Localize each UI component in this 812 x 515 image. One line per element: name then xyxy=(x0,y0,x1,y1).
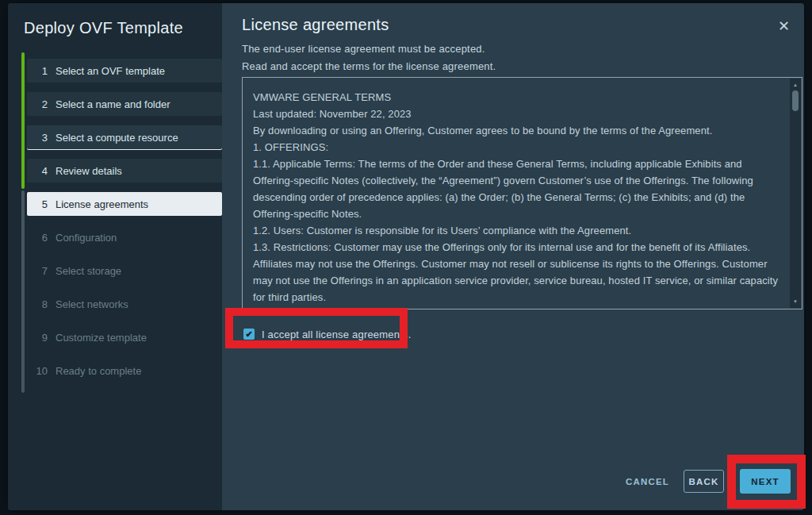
progress-rail-remaining xyxy=(21,190,25,393)
license-paragraph: By downloading or using an Offering, Cus… xyxy=(253,122,783,139)
license-scrollbar[interactable]: ▲ ▼ xyxy=(790,79,801,308)
license-paragraph: 1.2. Users: Customer is responsible for … xyxy=(253,222,783,239)
scroll-down-icon[interactable]: ▼ xyxy=(790,297,801,306)
wizard-step[interactable]: 7 Select storage xyxy=(27,259,222,282)
wizard-content-panel: ✕ License agreements The end-user licens… xyxy=(222,3,804,510)
step-label: Select storage xyxy=(56,265,121,277)
eula-required-text: The end-user license agreement must be a… xyxy=(242,43,485,55)
wizard-step[interactable]: 2 Select a name and folder xyxy=(27,92,222,116)
wizard-sidebar: Deploy OVF Template 1 Select an OVF temp… xyxy=(8,3,222,510)
page-title: License agreements xyxy=(242,16,389,34)
wizard-step[interactable]: 10 Ready to complete xyxy=(27,359,222,382)
license-paragraph: 1.3. Restrictions: Customer may use the … xyxy=(253,239,783,306)
step-number: 10 xyxy=(33,365,48,377)
wizard-step[interactable]: 9 Customize template xyxy=(27,325,222,349)
wizard-step[interactable]: 5 License agreements xyxy=(27,192,222,216)
wizard-steps: 1 Select an OVF template 2 Select a name… xyxy=(27,59,222,392)
step-number: 3 xyxy=(33,132,48,144)
accept-license-label: I accept all license agreements. xyxy=(262,329,412,340)
step-label: License agreements xyxy=(56,198,148,210)
license-paragraph: 1.4. Benchmarking: Customer may use the … xyxy=(253,306,783,309)
step-number: 7 xyxy=(33,265,48,277)
step-number: 1 xyxy=(33,65,48,77)
wizard-step[interactable]: 4 Review details xyxy=(27,159,222,183)
step-label: Select an OVF template xyxy=(56,65,165,77)
license-agreement-box: VMWARE GENERAL TERMS Last updated: Novem… xyxy=(242,77,802,309)
wizard-title: Deploy OVF Template xyxy=(24,19,183,37)
license-paragraph: Last updated: November 22, 2023 xyxy=(253,106,783,122)
step-number: 5 xyxy=(33,198,48,210)
license-paragraph: 1.1. Applicable Terms: The terms of the … xyxy=(253,156,783,222)
step-label: Customize template xyxy=(56,332,147,344)
scroll-up-icon[interactable]: ▲ xyxy=(790,80,801,90)
step-label: Ready to complete xyxy=(56,365,141,377)
wizard-step[interactable]: 6 Configuration xyxy=(27,225,222,249)
accept-license-checkbox[interactable]: ✔ xyxy=(243,329,255,340)
step-number: 2 xyxy=(33,98,48,110)
close-icon[interactable]: ✕ xyxy=(778,19,790,33)
step-number: 4 xyxy=(33,165,48,177)
step-label: Configuration xyxy=(56,232,117,244)
cancel-button[interactable]: CANCEL xyxy=(626,477,669,486)
step-number: 9 xyxy=(33,332,48,344)
next-button[interactable]: NEXT xyxy=(740,469,791,494)
accept-license-row[interactable]: ✔ I accept all license agreements. xyxy=(243,325,412,343)
step-number: 6 xyxy=(33,232,48,244)
wizard-step[interactable]: 8 Select networks xyxy=(27,292,222,316)
wizard-step[interactable]: 3 Select a compute resource xyxy=(27,125,222,149)
wizard-footer: CANCEL BACK NEXT xyxy=(626,469,791,494)
screenshot-canvas: Deploy OVF Template 1 Select an OVF temp… xyxy=(0,0,812,515)
license-paragraph: 1. OFFERINGS: xyxy=(253,139,783,156)
eula-instruction-text: Read and accept the terms for the licens… xyxy=(242,60,496,72)
step-label: Review details xyxy=(56,165,122,177)
step-label: Select a compute resource xyxy=(56,132,178,144)
license-text[interactable]: VMWARE GENERAL TERMS Last updated: Novem… xyxy=(243,78,790,309)
back-button[interactable]: BACK xyxy=(684,470,724,493)
license-paragraph: VMWARE GENERAL TERMS xyxy=(253,89,783,106)
step-label: Select a name and folder xyxy=(56,98,170,110)
wizard-step[interactable]: 1 Select an OVF template xyxy=(27,59,222,83)
step-label: Select networks xyxy=(56,298,128,310)
progress-rail-completed xyxy=(21,52,25,189)
scrollbar-thumb[interactable] xyxy=(792,90,799,111)
step-number: 8 xyxy=(33,298,48,310)
deploy-ovf-dialog: Deploy OVF Template 1 Select an OVF temp… xyxy=(8,3,804,510)
